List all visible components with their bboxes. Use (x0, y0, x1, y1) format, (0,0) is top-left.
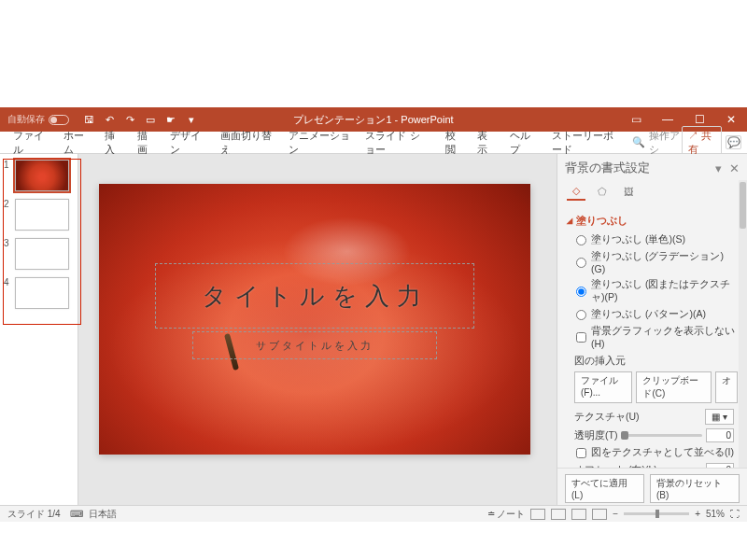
insert-from-file-button[interactable]: ファイル(F)... (574, 371, 632, 403)
comments-button[interactable]: 💬 (726, 135, 741, 149)
pane-scrollbar[interactable] (739, 180, 747, 477)
transparency-slider[interactable] (621, 434, 702, 437)
normal-view-icon[interactable] (530, 509, 545, 520)
language-indicator[interactable]: 日本語 (89, 508, 117, 521)
search-placeholder: 操作アシ (649, 129, 682, 157)
effects-tab-icon[interactable]: ⬠ (593, 182, 612, 201)
transparency-value[interactable]: 0 (706, 428, 734, 442)
slide-thumbnail-2[interactable] (15, 199, 69, 231)
ribbon-tabs: ファイル ホーム 挿入 描画 デザイン 画面切り替え アニメーション スライド … (0, 132, 747, 154)
fill-picture-radio[interactable]: 塗りつぶし (図またはテクスチャ)(P) (567, 276, 738, 306)
format-background-pane: 背景の書式設定 ▾ ✕ ◇ ⬠ 🖼 塗りつぶし 塗りつぶし (単色)(S) 塗り… (557, 154, 747, 509)
thumb-number: 2 (4, 199, 11, 209)
fill-section-header[interactable]: 塗りつぶし (567, 210, 738, 231)
picture-tab-icon[interactable]: 🖼 (619, 182, 638, 201)
pane-options-dropdown-icon[interactable]: ▾ (715, 161, 722, 175)
share-icon: ↗ (688, 130, 701, 141)
zoom-slider[interactable] (624, 512, 689, 515)
reset-background-button[interactable]: 背景のリセット(B) (650, 474, 740, 503)
tell-me-search[interactable]: 🔍 操作アシ (632, 129, 682, 157)
texture-dropdown[interactable]: ▦ ▾ (705, 409, 734, 425)
slide-indicator[interactable]: スライド 1/4 (7, 508, 61, 521)
zoom-level[interactable]: 51% (706, 509, 725, 519)
spellcheck-icon[interactable]: ⌨ (70, 509, 83, 519)
reading-view-icon[interactable] (571, 509, 586, 520)
subtitle-placeholder[interactable]: サブタイトルを入力 (192, 331, 437, 359)
insert-from-clipboard-button[interactable]: クリップボード(C) (636, 371, 712, 403)
thumb-number: 1 (4, 160, 11, 170)
fill-tab-icon[interactable]: ◇ (567, 182, 585, 201)
sorter-view-icon[interactable] (551, 509, 566, 520)
pane-close-icon[interactable]: ✕ (729, 161, 740, 175)
autosave-switch-icon (49, 115, 69, 125)
slideshow-view-icon[interactable] (592, 509, 607, 520)
slide-thumbnails-pane: 1 2 3 4 (0, 154, 78, 509)
hide-bg-graphics-checkbox[interactable]: 背景グラフィックを表示しない(H) (567, 323, 738, 351)
fill-gradient-radio[interactable]: 塗りつぶし (グラデーション)(G) (567, 248, 738, 276)
fit-to-window-icon[interactable]: ⛶ (730, 509, 740, 519)
status-bar: スライド 1/4 ⌨ 日本語 ≐ ノート − + 51% ⛶ (0, 505, 747, 522)
slide-thumbnail-4[interactable] (15, 277, 69, 309)
pane-title: 背景の書式設定 (565, 160, 650, 176)
tile-as-texture-checkbox[interactable]: 図をテクスチャとして並べる(I) (567, 444, 738, 461)
fill-pattern-radio[interactable]: 塗りつぶし (パターン)(A) (567, 306, 738, 323)
apply-to-all-button[interactable]: すべてに適用(L) (565, 474, 644, 503)
search-icon: 🔍 (632, 136, 645, 148)
fill-solid-radio[interactable]: 塗りつぶし (単色)(S) (567, 231, 738, 248)
zoom-out-icon[interactable]: − (613, 509, 618, 519)
slide-canvas[interactable]: タイトルを入力 サブタイトルを入力 (99, 184, 530, 455)
notes-button[interactable]: ≐ ノート (487, 508, 526, 521)
transparency-label: 透明度(T) (574, 429, 617, 442)
title-placeholder[interactable]: タイトルを入力 (155, 263, 474, 329)
zoom-in-icon[interactable]: + (695, 509, 700, 519)
insert-from-online-button[interactable]: オ (715, 371, 738, 403)
slide-thumbnail-1[interactable] (15, 160, 69, 191)
insert-from-label: 図の挿入元 (567, 351, 738, 370)
texture-label: テクスチャ(U) (574, 411, 640, 424)
slide-thumbnail-3[interactable] (15, 238, 69, 270)
thumb-number: 3 (4, 238, 11, 248)
thumb-number: 4 (4, 277, 11, 287)
